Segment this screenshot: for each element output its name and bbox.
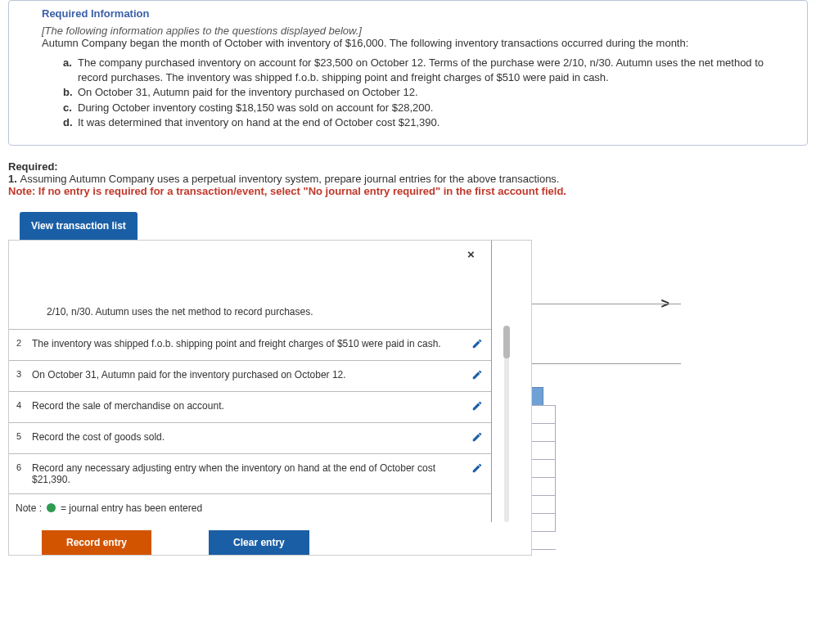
pencil-icon xyxy=(471,431,483,443)
pencil-icon xyxy=(471,462,483,474)
row-text: The inventory was shipped f.o.b. shippin… xyxy=(29,330,463,360)
pencil-icon xyxy=(471,338,483,349)
row-text: On October 31, Autumn paid for the inven… xyxy=(29,361,463,391)
intro-italic: [The following information applies to th… xyxy=(42,25,792,37)
pencil-icon xyxy=(471,369,483,381)
note-label: Note : xyxy=(16,502,42,514)
row-text: Record the cost of goods sold. xyxy=(29,423,463,453)
list-item[interactable]: 3 On October 31, Autumn paid for the inv… xyxy=(9,360,491,391)
edit-button[interactable] xyxy=(463,454,491,493)
pencil-icon xyxy=(471,400,483,412)
record-entry-button[interactable]: Record entry xyxy=(42,530,151,555)
info-item-b: b.On October 31, Autumn paid for the inv… xyxy=(63,85,792,100)
transaction-list: 2/10, n/30. Autumn uses the net method t… xyxy=(9,241,492,522)
row-number: 5 xyxy=(9,423,29,453)
note-row: Note : = journal entry has been entered xyxy=(9,493,491,522)
edit-button[interactable] xyxy=(463,361,491,391)
required-line: 1. Assuming Autumn Company uses a perpet… xyxy=(8,173,808,185)
required-info-heading: Required Information xyxy=(42,7,792,20)
clear-entry-button[interactable]: Clear entry xyxy=(209,530,309,555)
required-block: Required: 1. Assuming Autumn Company use… xyxy=(8,160,808,197)
row-number: 4 xyxy=(9,392,29,422)
info-sublist: a.The company purchased inventory on acc… xyxy=(63,56,792,130)
transaction-list-panel: × 2/10, n/30. Autumn uses the net method… xyxy=(8,240,532,556)
edit-button xyxy=(463,273,491,329)
intro-plain: Autumn Company began the month of Octobe… xyxy=(42,37,792,49)
list-item[interactable]: 4 Record the sale of merchandise on acco… xyxy=(9,391,491,422)
info-item-a: a.The company purchased inventory on acc… xyxy=(63,56,792,85)
note-text: = journal entry has been entered xyxy=(61,502,202,514)
required-label: Required: xyxy=(8,160,808,173)
entered-dot-icon xyxy=(47,503,56,512)
row-number: 2 xyxy=(9,330,29,360)
button-bar: Record entry Clear entry xyxy=(9,522,531,555)
list-item[interactable]: 5 Record the cost of goods sold. xyxy=(9,422,491,453)
info-item-d: d.It was determined that inventory on ha… xyxy=(63,115,792,130)
list-item[interactable]: 2/10, n/30. Autumn uses the net method t… xyxy=(9,241,491,329)
list-item[interactable]: 2 The inventory was shipped f.o.b. shipp… xyxy=(9,329,491,360)
row-number: 3 xyxy=(9,361,29,391)
row-text: Record any necessary adjusting entry whe… xyxy=(29,454,463,493)
row-text: Record the sale of merchandise on accoun… xyxy=(29,392,463,422)
row-text: 2/10, n/30. Autumn uses the net method t… xyxy=(29,273,463,329)
row-number: 6 xyxy=(9,454,29,493)
edit-button[interactable] xyxy=(463,423,491,453)
info-box: Required Information [The following info… xyxy=(8,0,808,146)
list-item[interactable]: 6 Record any necessary adjusting entry w… xyxy=(9,453,491,493)
close-icon[interactable]: × xyxy=(467,247,475,261)
scrollbar-thumb[interactable] xyxy=(503,326,510,358)
info-item-c: c.During October inventory costing $18,1… xyxy=(63,101,792,115)
edit-button[interactable] xyxy=(463,392,491,422)
view-transaction-list-tab[interactable]: View transaction list xyxy=(20,212,138,240)
required-note: Note: If no entry is required for a tran… xyxy=(8,185,808,197)
edit-button[interactable] xyxy=(463,330,491,360)
